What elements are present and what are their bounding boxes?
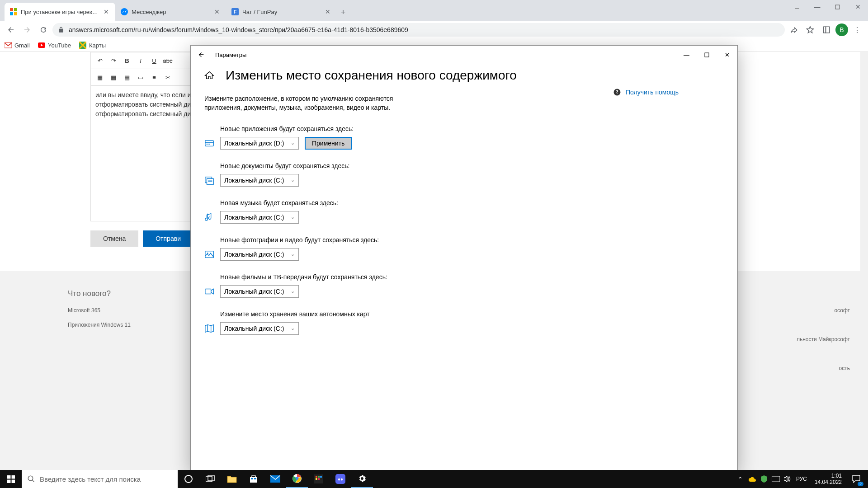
new-tab-button[interactable]: +: [337, 6, 349, 19]
cube-icon[interactable]: [308, 470, 330, 488]
back-arrow-icon[interactable]: [196, 50, 206, 60]
tray-keyboard-icon[interactable]: [770, 470, 781, 488]
tab-close-icon[interactable]: ✕: [324, 8, 331, 15]
help-icon: [613, 88, 621, 96]
browser-tab-2[interactable]: F Чат / FunPay ✕: [226, 3, 337, 21]
mail-icon[interactable]: [264, 470, 286, 488]
submit-button[interactable]: Отправи: [143, 230, 193, 247]
tray-clock[interactable]: 1:01 14.04.2022: [810, 473, 846, 486]
footer-link[interactable]: льности Майкрософт: [797, 336, 850, 343]
disk-dropdown[interactable]: Локальный диск (C:)⌄: [220, 174, 299, 187]
get-help-link[interactable]: Получить помощь: [613, 88, 679, 96]
svg-rect-26: [7, 475, 10, 479]
tab-close-icon[interactable]: ✕: [103, 8, 110, 15]
tray-onedrive-icon[interactable]: [747, 470, 758, 488]
disk-dropdown[interactable]: Локальный диск (D:)⌄: [220, 137, 299, 150]
toolbar-icon[interactable]: ≡: [148, 72, 160, 83]
tray-chevron-icon[interactable]: ⌃: [735, 470, 746, 488]
settings-taskbar-icon[interactable]: [351, 470, 373, 488]
toolbar-icon[interactable]: ▦: [94, 72, 106, 83]
chrome-icon[interactable]: [286, 470, 308, 488]
footer-link[interactable]: ость: [797, 365, 850, 371]
discord-icon[interactable]: [330, 470, 351, 488]
svg-rect-46: [318, 478, 320, 480]
setting-icon: [204, 324, 214, 333]
svg-rect-3: [14, 12, 17, 15]
share-icon[interactable]: [787, 23, 801, 37]
start-button[interactable]: [0, 470, 22, 488]
chrome-close-button[interactable]: ✕: [848, 0, 868, 14]
toolbar-icon[interactable]: ▭: [134, 72, 147, 83]
cancel-button[interactable]: Отмена: [90, 230, 138, 247]
bookmark-youtube[interactable]: YouTube: [38, 42, 71, 49]
reload-button[interactable]: [36, 23, 51, 37]
redo-icon[interactable]: ↷: [107, 55, 120, 66]
footer-link[interactable]: ософт: [797, 307, 850, 314]
chrome-maximize-button[interactable]: [827, 0, 848, 14]
settings-minimize-button[interactable]: —: [676, 48, 697, 61]
svg-rect-8: [835, 5, 840, 9]
toolbar-icon[interactable]: ▤: [121, 72, 133, 83]
storage-setting-block: Новые документы будут сохраняться здесь:…: [204, 162, 724, 187]
search-icon: [27, 475, 35, 483]
toolbar-icon[interactable]: ▦: [107, 72, 120, 83]
browser-tab-0[interactable]: При установке игры через май ✕: [5, 3, 115, 21]
forward-button[interactable]: [20, 23, 34, 37]
italic-button[interactable]: I: [134, 55, 147, 66]
disk-dropdown[interactable]: Локальный диск (C:)⌄: [220, 285, 299, 298]
disk-dropdown[interactable]: Локальный диск (C:)⌄: [220, 211, 299, 224]
settings-titlebar[interactable]: Параметры — ✕: [191, 46, 737, 64]
star-icon[interactable]: [803, 23, 817, 37]
setting-icon: [204, 175, 214, 185]
apply-button[interactable]: Применить: [305, 137, 352, 150]
settings-maximize-button[interactable]: [697, 48, 717, 61]
tray-security-icon[interactable]: [759, 470, 769, 488]
dropdown-value: Локальный диск (D:): [224, 140, 284, 147]
svg-rect-35: [250, 477, 257, 483]
bold-button[interactable]: B: [121, 55, 133, 66]
address-bar[interactable]: answers.microsoft.com/ru-ru/windows/foru…: [52, 23, 785, 37]
svg-rect-36: [251, 478, 253, 479]
tray-language[interactable]: РУС: [794, 470, 809, 488]
browser-tab-1[interactable]: Мессенджер ✕: [115, 3, 226, 21]
bookmark-gmail[interactable]: Gmail: [5, 42, 30, 49]
cortana-icon[interactable]: [178, 470, 199, 488]
messenger-favicon: [121, 8, 128, 15]
home-icon[interactable]: [204, 70, 214, 80]
setting-label: Новые документы будут сохраняться здесь:: [220, 162, 724, 169]
taskbar-search[interactable]: Введите здесь текст для поиска: [22, 470, 178, 488]
setting-icon: [204, 249, 214, 259]
settings-close-button[interactable]: ✕: [717, 48, 737, 61]
setting-icon: [204, 138, 214, 148]
system-tray: ⌃ РУС 1:01 14.04.2022 2: [735, 470, 868, 488]
tray-notifications-icon[interactable]: 2: [847, 470, 865, 488]
back-button[interactable]: [4, 23, 18, 37]
bookmark-maps[interactable]: Карты: [79, 42, 106, 49]
svg-point-48: [338, 479, 340, 481]
lock-icon: [58, 27, 64, 33]
explorer-icon[interactable]: [221, 470, 243, 488]
profile-avatar[interactable]: В: [835, 23, 848, 36]
toolbar-icon[interactable]: ✂: [161, 72, 174, 83]
store-icon[interactable]: [243, 470, 264, 488]
bookmark-label: YouTube: [48, 42, 71, 49]
tab-title: При установке игры через май: [21, 9, 99, 15]
disk-dropdown[interactable]: Локальный диск (C:)⌄: [220, 322, 299, 335]
svg-rect-17: [207, 144, 208, 145]
undo-icon[interactable]: ↶: [94, 55, 106, 66]
chrome-minimize-button[interactable]: —: [807, 0, 827, 14]
extensions-icon[interactable]: [819, 23, 834, 37]
tray-volume-icon[interactable]: [782, 470, 793, 488]
page-scrollbar[interactable]: [860, 52, 868, 470]
menu-icon[interactable]: ⋮: [850, 23, 864, 37]
tab-close-icon[interactable]: ✕: [213, 8, 221, 15]
taskview-icon[interactable]: [199, 470, 221, 488]
underline-button[interactable]: U: [148, 55, 160, 66]
disk-dropdown[interactable]: Локальный диск (C:)⌄: [220, 248, 299, 261]
help-label: Получить помощь: [626, 89, 679, 96]
chrome-minimize-icon[interactable]: [787, 0, 807, 14]
settings-window-title: Параметры: [215, 52, 246, 58]
strike-button[interactable]: abc: [161, 55, 174, 66]
svg-rect-9: [823, 27, 826, 33]
svg-rect-15: [205, 140, 213, 146]
